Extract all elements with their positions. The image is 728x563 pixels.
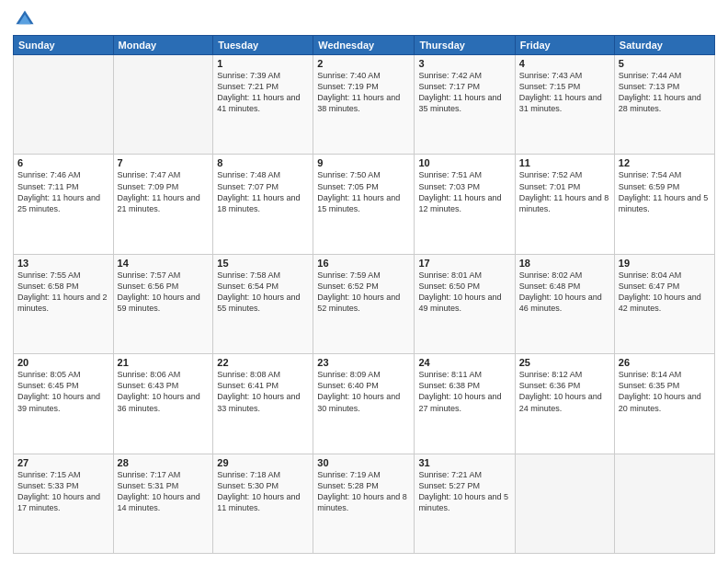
- calendar-week-2: 6Sunrise: 7:46 AMSunset: 7:11 PMDaylight…: [14, 155, 715, 254]
- calendar-cell: 17Sunrise: 8:01 AMSunset: 6:50 PMDayligh…: [415, 254, 515, 353]
- calendar-cell: 9Sunrise: 7:50 AMSunset: 7:05 PMDaylight…: [313, 155, 415, 254]
- calendar-cell: 12Sunrise: 7:54 AMSunset: 6:59 PMDayligh…: [614, 155, 714, 254]
- day-number: 28: [118, 457, 210, 468]
- day-number: 9: [317, 157, 410, 168]
- calendar-cell: 5Sunrise: 7:44 AMSunset: 7:13 PMDaylight…: [614, 55, 714, 155]
- day-info: Sunrise: 7:58 AMSunset: 6:54 PMDaylight:…: [217, 270, 300, 313]
- day-number: 20: [17, 357, 109, 368]
- day-info: Sunrise: 7:57 AMSunset: 6:56 PMDaylight:…: [118, 270, 200, 313]
- weekday-header-saturday: Saturday: [614, 36, 714, 55]
- day-info: Sunrise: 7:39 AMSunset: 7:21 PMDaylight:…: [217, 71, 300, 113]
- day-number: 5: [619, 58, 711, 69]
- calendar-cell: [515, 454, 614, 553]
- day-number: 6: [17, 157, 109, 168]
- day-number: 4: [519, 58, 610, 69]
- day-info: Sunrise: 7:21 AMSunset: 5:27 PMDaylight:…: [418, 470, 508, 512]
- header: [13, 9, 715, 29]
- calendar-cell: 26Sunrise: 8:14 AMSunset: 6:35 PMDayligh…: [614, 354, 714, 454]
- day-number: 13: [17, 258, 109, 269]
- calendar-cell: 13Sunrise: 7:55 AMSunset: 6:58 PMDayligh…: [14, 254, 114, 353]
- day-info: Sunrise: 7:50 AMSunset: 7:05 PMDaylight:…: [317, 170, 400, 213]
- day-info: Sunrise: 7:40 AMSunset: 7:19 PMDaylight:…: [317, 71, 400, 113]
- day-number: 12: [619, 157, 711, 168]
- day-number: 1: [217, 58, 309, 69]
- day-number: 17: [418, 258, 510, 269]
- calendar-cell: [614, 454, 714, 553]
- calendar-week-1: 1Sunrise: 7:39 AMSunset: 7:21 PMDaylight…: [14, 55, 715, 155]
- day-info: Sunrise: 8:14 AMSunset: 6:35 PMDaylight:…: [619, 370, 701, 412]
- day-info: Sunrise: 8:09 AMSunset: 6:40 PMDaylight:…: [317, 370, 400, 412]
- calendar-week-3: 13Sunrise: 7:55 AMSunset: 6:58 PMDayligh…: [14, 254, 715, 353]
- day-info: Sunrise: 8:01 AMSunset: 6:50 PMDaylight:…: [418, 270, 501, 313]
- day-number: 16: [317, 258, 410, 269]
- calendar-cell: [113, 55, 213, 155]
- weekday-header-row: SundayMondayTuesdayWednesdayThursdayFrid…: [14, 36, 715, 55]
- calendar-cell: 2Sunrise: 7:40 AMSunset: 7:19 PMDaylight…: [313, 55, 415, 155]
- calendar-cell: 29Sunrise: 7:18 AMSunset: 5:30 PMDayligh…: [213, 454, 313, 553]
- day-number: 15: [217, 258, 309, 269]
- logo: [13, 9, 37, 29]
- calendar-cell: 4Sunrise: 7:43 AMSunset: 7:15 PMDaylight…: [515, 55, 614, 155]
- calendar-cell: 28Sunrise: 7:17 AMSunset: 5:31 PMDayligh…: [113, 454, 213, 553]
- day-info: Sunrise: 8:02 AMSunset: 6:48 PMDaylight:…: [519, 270, 602, 313]
- day-info: Sunrise: 8:08 AMSunset: 6:41 PMDaylight:…: [217, 370, 300, 412]
- day-number: 30: [317, 457, 410, 468]
- calendar-cell: [14, 55, 114, 155]
- day-number: 14: [118, 258, 210, 269]
- day-info: Sunrise: 7:47 AMSunset: 7:09 PMDaylight:…: [118, 170, 200, 213]
- weekday-header-monday: Monday: [113, 36, 213, 55]
- day-number: 7: [118, 157, 210, 168]
- day-info: Sunrise: 7:44 AMSunset: 7:13 PMDaylight:…: [619, 71, 701, 113]
- day-number: 19: [619, 258, 711, 269]
- day-number: 18: [519, 258, 610, 269]
- calendar-cell: 24Sunrise: 8:11 AMSunset: 6:38 PMDayligh…: [415, 354, 515, 454]
- day-info: Sunrise: 8:11 AMSunset: 6:38 PMDaylight:…: [418, 370, 501, 412]
- day-number: 2: [317, 58, 410, 69]
- day-info: Sunrise: 7:55 AMSunset: 6:58 PMDaylight:…: [17, 270, 108, 313]
- calendar-cell: 16Sunrise: 7:59 AMSunset: 6:52 PMDayligh…: [313, 254, 415, 353]
- day-info: Sunrise: 7:48 AMSunset: 7:07 PMDaylight:…: [217, 170, 300, 213]
- calendar-cell: 1Sunrise: 7:39 AMSunset: 7:21 PMDaylight…: [213, 55, 313, 155]
- weekday-header-thursday: Thursday: [415, 36, 515, 55]
- calendar-cell: 31Sunrise: 7:21 AMSunset: 5:27 PMDayligh…: [415, 454, 515, 553]
- calendar-cell: 27Sunrise: 7:15 AMSunset: 5:33 PMDayligh…: [14, 454, 114, 553]
- day-info: Sunrise: 7:51 AMSunset: 7:03 PMDaylight:…: [418, 170, 501, 213]
- day-info: Sunrise: 7:52 AMSunset: 7:01 PMDaylight:…: [519, 170, 609, 213]
- day-number: 23: [317, 357, 410, 368]
- day-number: 10: [418, 157, 510, 168]
- day-number: 22: [217, 357, 309, 368]
- day-number: 27: [17, 457, 109, 468]
- day-number: 21: [118, 357, 210, 368]
- calendar-cell: 30Sunrise: 7:19 AMSunset: 5:28 PMDayligh…: [313, 454, 415, 553]
- calendar-cell: 11Sunrise: 7:52 AMSunset: 7:01 PMDayligh…: [515, 155, 614, 254]
- calendar-cell: 22Sunrise: 8:08 AMSunset: 6:41 PMDayligh…: [213, 354, 313, 454]
- day-info: Sunrise: 7:54 AMSunset: 6:59 PMDaylight:…: [619, 170, 709, 213]
- weekday-header-wednesday: Wednesday: [313, 36, 415, 55]
- day-info: Sunrise: 7:43 AMSunset: 7:15 PMDaylight:…: [519, 71, 602, 113]
- day-number: 31: [418, 457, 510, 468]
- day-info: Sunrise: 7:59 AMSunset: 6:52 PMDaylight:…: [317, 270, 400, 313]
- day-info: Sunrise: 8:05 AMSunset: 6:45 PMDaylight:…: [17, 370, 100, 412]
- calendar-cell: 6Sunrise: 7:46 AMSunset: 7:11 PMDaylight…: [14, 155, 114, 254]
- day-info: Sunrise: 7:17 AMSunset: 5:31 PMDaylight:…: [118, 470, 200, 512]
- page: SundayMondayTuesdayWednesdayThursdayFrid…: [0, 0, 728, 563]
- day-number: 11: [519, 157, 610, 168]
- calendar-table: SundayMondayTuesdayWednesdayThursdayFrid…: [13, 35, 715, 554]
- day-info: Sunrise: 8:06 AMSunset: 6:43 PMDaylight:…: [118, 370, 200, 412]
- day-info: Sunrise: 7:19 AMSunset: 5:28 PMDaylight:…: [317, 470, 407, 512]
- calendar-cell: 14Sunrise: 7:57 AMSunset: 6:56 PMDayligh…: [113, 254, 213, 353]
- day-number: 29: [217, 457, 309, 468]
- logo-icon: [15, 9, 35, 29]
- day-info: Sunrise: 7:18 AMSunset: 5:30 PMDaylight:…: [217, 470, 300, 512]
- calendar-cell: 20Sunrise: 8:05 AMSunset: 6:45 PMDayligh…: [14, 354, 114, 454]
- calendar-cell: 18Sunrise: 8:02 AMSunset: 6:48 PMDayligh…: [515, 254, 614, 353]
- day-info: Sunrise: 8:12 AMSunset: 6:36 PMDaylight:…: [519, 370, 602, 412]
- calendar-week-4: 20Sunrise: 8:05 AMSunset: 6:45 PMDayligh…: [14, 354, 715, 454]
- day-info: Sunrise: 7:46 AMSunset: 7:11 PMDaylight:…: [17, 170, 100, 213]
- day-info: Sunrise: 8:04 AMSunset: 6:47 PMDaylight:…: [619, 270, 701, 313]
- calendar-cell: 8Sunrise: 7:48 AMSunset: 7:07 PMDaylight…: [213, 155, 313, 254]
- calendar-week-5: 27Sunrise: 7:15 AMSunset: 5:33 PMDayligh…: [14, 454, 715, 553]
- day-number: 25: [519, 357, 610, 368]
- day-number: 26: [619, 357, 711, 368]
- day-number: 3: [418, 58, 510, 69]
